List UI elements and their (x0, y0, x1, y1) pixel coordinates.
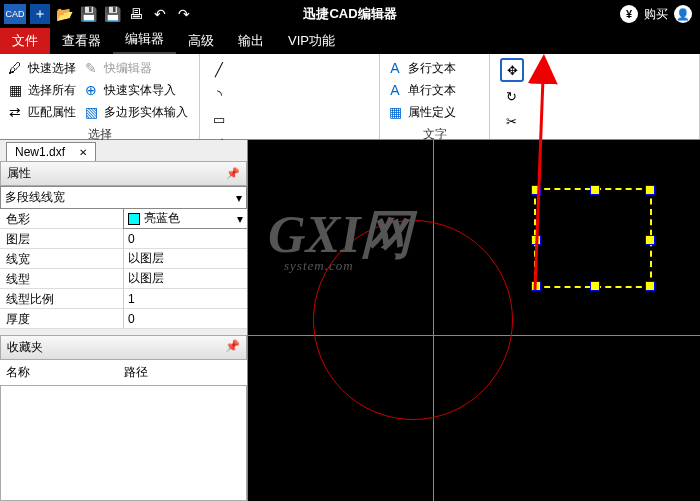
trim-icon[interactable]: ✂ (500, 110, 522, 132)
grip-sw[interactable] (531, 281, 541, 291)
poly-icon: ▧ (82, 103, 100, 121)
grip-ne[interactable] (645, 185, 655, 195)
tab-editor[interactable]: 编辑器 (113, 26, 176, 54)
stext-button[interactable]: A单行文本 (384, 80, 485, 100)
pin-icon[interactable]: 📌 (225, 339, 240, 356)
prop-key-color: 色彩 (0, 209, 124, 228)
selectall-icon: ▦ (6, 81, 24, 99)
quick-select-button[interactable]: 🖊快速选择 (4, 58, 78, 78)
favorites-header: 收藏夹 📌 (0, 335, 247, 360)
attdef-button[interactable]: ▦属性定义 (384, 102, 485, 122)
line-icon[interactable]: ╱ (208, 58, 230, 80)
ribbon: 🖊快速选择 ✎快编辑器 ▦选择所有 ⊕快速实体导入 ⇄匹配属性 ▧多边形实体输入… (0, 54, 700, 140)
undo-icon[interactable]: ↶ (150, 4, 170, 24)
select-all-button[interactable]: ▦选择所有 (4, 80, 78, 100)
selected-rectangle[interactable] (534, 188, 652, 288)
props-panel-header: 属性 📌 (0, 161, 247, 186)
stext-icon: A (386, 81, 404, 99)
quick-editor-button: ✎快编辑器 (80, 58, 154, 78)
attdef-icon: ▦ (386, 103, 404, 121)
polyshape-input-button[interactable]: ▧多边形实体输入 (80, 102, 190, 122)
grip-nw[interactable] (531, 185, 541, 195)
tab-output[interactable]: 输出 (226, 28, 276, 54)
watermark-sub: system.com (284, 258, 354, 274)
file-tab-label: New1.dxf (15, 145, 65, 159)
open-icon[interactable]: 📂 (54, 4, 74, 24)
buy-link[interactable]: 购买 (644, 6, 668, 23)
redo-icon[interactable]: ↷ (174, 4, 194, 24)
app-title: 迅捷CAD编辑器 (303, 5, 396, 23)
move-icon[interactable]: ✥ (500, 58, 524, 82)
grip-e[interactable] (645, 235, 655, 245)
menu-bar: 文件 查看器 编辑器 高级 输出 VIP功能 (0, 28, 700, 54)
prop-key-lw: 线宽 (0, 249, 124, 268)
prop-val-lts[interactable]: 1 (124, 289, 247, 308)
print-icon[interactable]: 🖶 (126, 4, 146, 24)
save-icon[interactable]: 💾 (78, 4, 98, 24)
chevron-down-icon: ▾ (236, 191, 242, 205)
tab-advanced[interactable]: 高级 (176, 28, 226, 54)
prop-val-thick[interactable]: 0 (124, 309, 247, 328)
prop-key-layer: 图层 (0, 229, 124, 248)
new-icon[interactable]: ＋ (30, 4, 50, 24)
rotate-icon[interactable]: ↻ (500, 85, 522, 107)
workspace: New1.dxf ✕ 属性 📌 多段线线宽 ▾ 色彩 亮蓝色 ▾ 图层 0 (0, 140, 700, 501)
prop-val-lt[interactable]: 以图层 (124, 269, 247, 288)
grip-w[interactable] (531, 235, 541, 245)
close-icon[interactable]: ✕ (79, 147, 87, 158)
grip-n[interactable] (590, 185, 600, 195)
favorites-body[interactable] (0, 385, 247, 501)
mtext-icon: A (386, 59, 404, 77)
wand-icon: 🖊 (6, 59, 24, 77)
prop-val-color[interactable]: 亮蓝色 ▾ (123, 208, 248, 229)
props-filter-dropdown[interactable]: 多段线线宽 ▾ (0, 186, 247, 209)
saveall-icon[interactable]: 💾 (102, 4, 122, 24)
match-icon: ⇄ (6, 103, 24, 121)
app-logo-icon: CAD (4, 4, 26, 24)
arc-icon[interactable]: ◝ (208, 83, 230, 105)
match-props-button[interactable]: ⇄匹配属性 (4, 102, 78, 122)
favorites-columns: 名称 路径 (0, 360, 247, 385)
tab-file[interactable]: 文件 (0, 28, 50, 54)
rect-icon[interactable]: ▭ (208, 108, 230, 130)
file-tab[interactable]: New1.dxf ✕ (6, 142, 96, 161)
drawing-canvas[interactable] (248, 140, 700, 501)
tab-vip[interactable]: VIP功能 (276, 28, 347, 54)
fav-col-path: 路径 (124, 364, 242, 381)
chevron-down-icon: ▾ (237, 212, 243, 226)
prop-val-layer[interactable]: 0 (124, 229, 247, 248)
tab-viewer[interactable]: 查看器 (50, 28, 113, 54)
grip-s[interactable] (590, 281, 600, 291)
user-icon[interactable]: 👤 (674, 5, 692, 23)
prop-val-lw[interactable]: 以图层 (124, 249, 247, 268)
edit-icon: ✎ (82, 59, 100, 77)
pin-icon[interactable]: 📌 (226, 167, 240, 180)
grip-se[interactable] (645, 281, 655, 291)
import-icon: ⊕ (82, 81, 100, 99)
fav-col-name: 名称 (6, 364, 124, 381)
prop-key-thick: 厚度 (0, 309, 124, 328)
prop-key-lt: 线型 (0, 269, 124, 288)
props-table: 色彩 亮蓝色 ▾ 图层 0 线宽 以图层 线型 以图层 线型比例 (0, 209, 247, 329)
mtext-button[interactable]: A多行文本 (384, 58, 485, 78)
color-swatch-icon (128, 213, 140, 225)
left-panel: New1.dxf ✕ 属性 📌 多段线线宽 ▾ 色彩 亮蓝色 ▾ 图层 0 (0, 140, 248, 501)
quick-entity-import-button[interactable]: ⊕快速实体导入 (80, 80, 178, 100)
prop-key-lts: 线型比例 (0, 289, 124, 308)
title-bar: CAD ＋ 📂 💾 💾 🖶 ↶ ↷ 迅捷CAD编辑器 ¥ 购买 👤 (0, 0, 700, 28)
currency-icon[interactable]: ¥ (620, 5, 638, 23)
